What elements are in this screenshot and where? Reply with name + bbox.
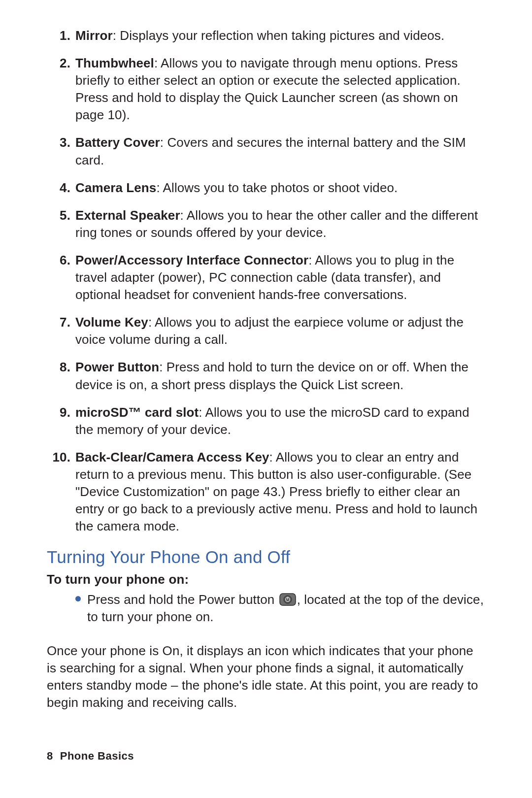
list-item: External Speaker: Allows you to hear the… [47,207,485,241]
feature-term: Mirror [75,28,113,43]
feature-desc: : Displays your reflection when taking p… [113,28,445,43]
instruction-list: Press and hold the Power button , locate… [47,591,485,626]
body-paragraph: Once your phone is On, it displays an ic… [47,642,485,711]
page: Mirror: Displays your reflection when ta… [0,0,532,798]
feature-list: Mirror: Displays your reflection when ta… [47,27,485,535]
instruction-item: Press and hold the Power button , locate… [75,591,485,626]
page-footer: 8Phone Basics [47,749,134,764]
feature-term: Power Button [75,360,159,374]
footer-title: Phone Basics [60,750,134,762]
list-item: microSD™ card slot: Allows you to use th… [47,404,485,438]
feature-term: microSD™ card slot [75,405,199,420]
feature-desc: : Allows you to take photos or shoot vid… [156,180,398,195]
list-item: Mirror: Displays your reflection when ta… [47,27,485,44]
feature-term: Camera Lens [75,180,156,195]
power-button-icon [279,593,296,606]
list-item: Back-Clear/Camera Access Key: Allows you… [47,449,485,535]
list-item: Volume Key: Allows you to adjust the ear… [47,314,485,348]
feature-term: Battery Cover [75,135,160,150]
list-item: Power/Accessory Interface Connector: All… [47,252,485,303]
page-number: 8 [47,750,53,762]
instruction-text-before: Press and hold the Power button [87,592,278,607]
list-item: Battery Cover: Covers and secures the in… [47,134,485,168]
list-item: Power Button: Press and hold to turn the… [47,359,485,393]
feature-term: Back-Clear/Camera Access Key [75,450,269,465]
list-item: Camera Lens: Allows you to take photos o… [47,179,485,197]
feature-term: External Speaker [75,208,180,223]
list-item: Thumbwheel: Allows you to navigate throu… [47,55,485,124]
feature-term: Volume Key [75,315,148,330]
section-heading: Turning Your Phone On and Off [47,545,485,568]
feature-term: Power/Accessory Interface Connector [75,253,308,267]
subheading: To turn your phone on: [47,571,485,588]
feature-term: Thumbwheel [75,56,154,70]
